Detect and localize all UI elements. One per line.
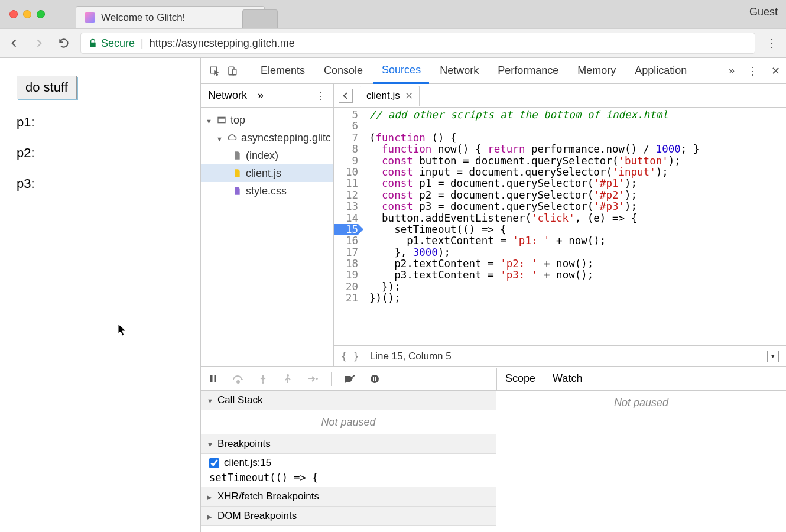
callstack-message: Not paused: [201, 410, 496, 434]
tab-elements[interactable]: Elements: [252, 59, 313, 83]
browser-chrome: Welcome to Glitch! ✕ Guest Secure | http…: [0, 0, 786, 58]
navigator-menu-icon[interactable]: ⋮: [316, 89, 326, 102]
step-into-button[interactable]: [256, 372, 269, 385]
breakpoints-header[interactable]: Breakpoints: [201, 434, 496, 454]
document-icon: [232, 150, 242, 161]
callstack-header[interactable]: Call Stack: [201, 391, 496, 410]
code-editor: client.js ✕ 5678910111213141516171819202…: [334, 84, 786, 366]
close-window-button[interactable]: [9, 10, 18, 18]
css-file-icon: [232, 186, 242, 196]
separator: [246, 64, 246, 78]
scope-message: Not paused: [496, 391, 786, 415]
tree-top[interactable]: top: [201, 111, 333, 129]
window-icon: [216, 115, 227, 125]
tab-application[interactable]: Application: [626, 59, 695, 83]
sources-navigator: Network » ⋮ top asyncsteppi: [201, 84, 334, 366]
file-tab-clientjs[interactable]: client.js ✕: [360, 86, 420, 106]
svg-rect-11: [373, 377, 374, 381]
xhr-breakpoints-header[interactable]: XHR/fetch Breakpoints: [201, 487, 496, 507]
lock-icon: [88, 38, 98, 48]
new-tab-button[interactable]: [242, 9, 278, 28]
navigator-tab-network[interactable]: Network: [208, 89, 247, 102]
dom-breakpoints-header[interactable]: DOM Breakpoints: [201, 507, 496, 526]
breakpoint-code: setTimeout(() => {: [201, 472, 496, 487]
tabs-overflow-icon[interactable]: »: [729, 64, 735, 77]
tree-file-stylecss[interactable]: style.css: [201, 182, 333, 200]
scope-watch-tabs: Scope Watch: [496, 367, 786, 391]
devtools-tabs: Elements Console Sources Network Perform…: [201, 58, 786, 84]
cursor-icon: [118, 324, 128, 337]
debugger-panel: Call Stack Not paused Breakpoints client…: [201, 366, 786, 532]
favicon-icon: [85, 12, 95, 23]
svg-rect-5: [215, 375, 217, 382]
code-area[interactable]: 56789101112131415161718192021 // add oth…: [334, 108, 786, 345]
js-file-icon: [232, 168, 242, 179]
browser-tab[interactable]: Welcome to Glitch! ✕: [76, 6, 265, 28]
svg-rect-12: [375, 377, 376, 381]
tab-memory[interactable]: Memory: [569, 59, 624, 83]
editor-tabs: client.js ✕: [334, 84, 786, 108]
maximize-window-button[interactable]: [37, 10, 45, 18]
reload-button[interactable]: [56, 35, 72, 51]
devtools-menu-icon[interactable]: ⋮: [748, 64, 758, 77]
navigator-tabs: Network » ⋮: [201, 84, 333, 108]
step-out-button[interactable]: [281, 372, 294, 385]
step-button[interactable]: [306, 372, 319, 385]
titlebar: Welcome to Glitch! ✕ Guest: [0, 0, 786, 28]
tab-title: Welcome to Glitch!: [101, 12, 242, 24]
pause-button[interactable]: [207, 372, 220, 385]
address-bar[interactable]: Secure | https://asyncstepping.glitch.me: [80, 33, 755, 54]
navigator-overflow-icon[interactable]: »: [258, 89, 264, 102]
tree-domain[interactable]: asyncstepping.glitc: [201, 129, 333, 147]
cursor-position: Line 15, Column 5: [370, 351, 452, 362]
url-divider: |: [141, 37, 144, 50]
svg-point-8: [287, 374, 289, 377]
inspect-icon[interactable]: [207, 63, 222, 79]
separator: [331, 372, 332, 386]
profile-label[interactable]: Guest: [749, 6, 778, 18]
svg-point-10: [371, 375, 379, 383]
deactivate-breakpoints-button[interactable]: [343, 372, 356, 385]
svg-rect-4: [210, 375, 213, 382]
window-controls: [9, 10, 45, 18]
minimize-window-button[interactable]: [23, 10, 31, 18]
close-file-icon[interactable]: ✕: [405, 90, 413, 102]
toggle-sidebar-icon[interactable]: ▾: [767, 351, 779, 362]
svg-point-7: [262, 381, 264, 384]
do-stuff-button[interactable]: do stuff: [17, 76, 77, 99]
svg-point-9: [316, 378, 318, 380]
tree-file-clientjs[interactable]: client.js: [201, 164, 333, 182]
format-icon[interactable]: { }: [341, 351, 359, 362]
watch-tab[interactable]: Watch: [544, 368, 590, 390]
tab-console[interactable]: Console: [316, 59, 371, 83]
step-over-button[interactable]: [232, 372, 245, 385]
browser-menu-button[interactable]: ⋮: [764, 36, 780, 50]
browser-toolbar: Secure | https://asyncstepping.glitch.me…: [0, 28, 786, 58]
line-gutter[interactable]: 56789101112131415161718192021: [334, 108, 362, 345]
toggle-navigator-icon[interactable]: [339, 89, 353, 103]
p3-label: p3:: [17, 176, 183, 192]
breakpoint-item[interactable]: client.js:15: [201, 454, 496, 472]
scope-tab[interactable]: Scope: [496, 368, 544, 390]
file-tree: top asyncstepping.glitc (index): [201, 108, 333, 203]
forward-button[interactable]: [31, 35, 47, 51]
debugger-toolbar: [201, 367, 496, 391]
p2-label: p2:: [17, 145, 183, 161]
svg-rect-2: [233, 69, 236, 75]
close-devtools-icon[interactable]: ✕: [771, 64, 780, 77]
secure-label: Secure: [101, 37, 135, 50]
back-button[interactable]: [6, 35, 22, 51]
devtools: Elements Console Sources Network Perform…: [201, 58, 786, 532]
code-content[interactable]: // add other scripts at the bottom of in…: [362, 108, 699, 345]
secure-indicator: Secure: [88, 37, 135, 50]
tab-network[interactable]: Network: [431, 59, 487, 83]
breakpoint-checkbox[interactable]: [209, 458, 219, 468]
tab-sources[interactable]: Sources: [373, 58, 429, 84]
svg-point-6: [237, 381, 239, 383]
pause-exceptions-button[interactable]: [368, 372, 381, 385]
url-text: https://asyncstepping.glitch.me: [150, 37, 295, 50]
device-toggle-icon[interactable]: [225, 63, 240, 79]
tab-performance[interactable]: Performance: [489, 59, 567, 83]
tree-file-index[interactable]: (index): [201, 147, 333, 164]
page-content: do stuff p1: p2: p3:: [0, 58, 201, 532]
